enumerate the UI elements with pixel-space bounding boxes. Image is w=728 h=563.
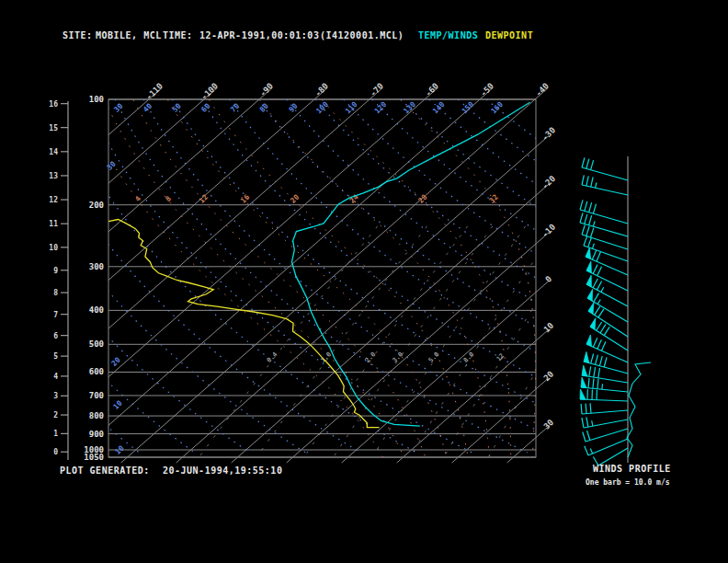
height-km-label: 12 <box>49 196 58 204</box>
height-km-label: 6 <box>53 332 58 340</box>
mixing-ratio-label: 12 <box>495 352 506 363</box>
mixing-ratio-label: 5.0 <box>427 350 441 364</box>
isotherm-label-right: -30 <box>540 125 558 143</box>
wind-profile <box>580 156 651 465</box>
wind-squiggle <box>627 362 651 457</box>
height-km-label: 8 <box>53 289 58 297</box>
height-km-label: 1 <box>53 430 58 438</box>
height-km-label: 2 <box>53 411 58 419</box>
isotherm-label-right: 10 <box>542 321 556 335</box>
isotherm-label-top: -110 <box>144 81 165 101</box>
dry-adiabat-inner-label: 10 <box>114 444 126 456</box>
wind-barb <box>581 403 628 414</box>
dry-adiabat-label: 60 <box>199 102 211 114</box>
pressure-label: 200 <box>89 201 104 210</box>
pressure-label: 800 <box>89 411 104 420</box>
height-km-label: 16 <box>49 100 58 109</box>
dry-adiabat-inner-label: 30 <box>106 160 118 172</box>
pressure-label: 700 <box>89 391 104 400</box>
isotherm-label-top: -40 <box>534 81 552 98</box>
dry-adiabat-label: 70 <box>229 102 241 114</box>
height-km-label: 5 <box>53 352 58 361</box>
dry-adiabat-label: 90 <box>287 102 299 114</box>
skewt-app-window: SITE: MOBILE, MCL TIME: 12-APR-1991,00:0… <box>0 0 728 563</box>
height-km-label: 0 <box>53 448 58 456</box>
height-km-label: 14 <box>49 148 58 156</box>
mixing-ratio-lines: 0.41.02.03.05.08.012 <box>199 226 623 456</box>
isotherm-label-top: -90 <box>258 81 276 98</box>
height-km-label: 7 <box>53 311 58 319</box>
isotherm-label-right: 20 <box>542 369 556 383</box>
pressure-label: 900 <box>89 430 104 439</box>
dry-adiabat-inner-label: 10 <box>112 399 124 411</box>
isotherm-label-top: -60 <box>424 81 441 98</box>
wind-barb <box>586 247 628 275</box>
winds-profile-title: WINDS PROFILE <box>593 464 671 474</box>
mixing-ratio-label: 2.0 <box>364 350 378 364</box>
isotherm-label-right: -10 <box>540 223 558 240</box>
moist-adiabat-label: 16 <box>239 193 251 205</box>
moist-adiabat-label: 12 <box>198 193 210 205</box>
mixing-ratio-label: 8.0 <box>462 350 476 364</box>
wind-barb <box>590 318 628 350</box>
dry-adiabat-label: 140 <box>431 100 447 116</box>
pressure-label: 100 <box>89 95 104 104</box>
wind-barb <box>580 200 628 224</box>
height-km-label: 13 <box>49 172 58 180</box>
dewpoint-trace <box>108 220 379 428</box>
dry-adiabat-label: 40 <box>142 102 154 114</box>
moist-adiabat-label: 32 <box>488 193 500 205</box>
height-km-label: 4 <box>53 373 58 381</box>
dry-adiabat-label: 120 <box>373 100 389 116</box>
pressure-label: 500 <box>89 339 104 349</box>
isotherm-label-top: -70 <box>369 81 386 98</box>
isobars: 10020030040050060070080090010001050 <box>84 95 536 462</box>
pressure-label: 600 <box>89 367 104 376</box>
isotherm-label-top: -100 <box>199 81 220 101</box>
dry-adiabat-label: 100 <box>314 100 330 116</box>
isotherm-label-right: 0 <box>543 274 553 284</box>
height-km-label: 3 <box>53 392 58 400</box>
pressure-label: 1050 <box>84 453 104 462</box>
dry-adiabat-label: 80 <box>258 102 270 114</box>
plot-generated-label: PLOT GENERATED: <box>60 465 150 476</box>
mixing-ratio-label: 0.4 <box>266 350 279 364</box>
mixing-ratio-label: 3.0 <box>392 350 405 364</box>
moist-adiabat-label: 4 <box>133 194 142 203</box>
height-km-label: 15 <box>49 124 58 132</box>
isotherm-label-right: -20 <box>540 174 558 191</box>
height-km-label: 9 <box>53 267 58 275</box>
winds-scale-note: One barb = 10.0 m/s <box>586 478 670 487</box>
moist-adiabat-label: 8 <box>164 194 173 203</box>
wind-barb <box>585 439 628 455</box>
wind-barb <box>582 417 628 428</box>
plot-generated-value: 20-JUN-1994,19:55:10 <box>163 465 282 476</box>
dry-adiabat-label: 110 <box>344 100 359 116</box>
isotherm-label-top: -50 <box>479 81 496 98</box>
height-axis: 012345678910111213141516 <box>49 100 68 460</box>
pressure-label: 400 <box>89 305 104 315</box>
dry-adiabat-label: 130 <box>402 100 417 116</box>
wind-barb <box>583 429 628 442</box>
isotherm-label-top: -80 <box>313 81 331 98</box>
dry-adiabat-label: 30 <box>112 102 124 114</box>
pressure-label: 300 <box>89 262 104 271</box>
moist-adiabat-label: 20 <box>289 193 301 205</box>
height-km-label: 11 <box>49 220 58 228</box>
height-km-label: 10 <box>49 244 58 252</box>
isotherm-label-right: 30 <box>542 418 556 431</box>
